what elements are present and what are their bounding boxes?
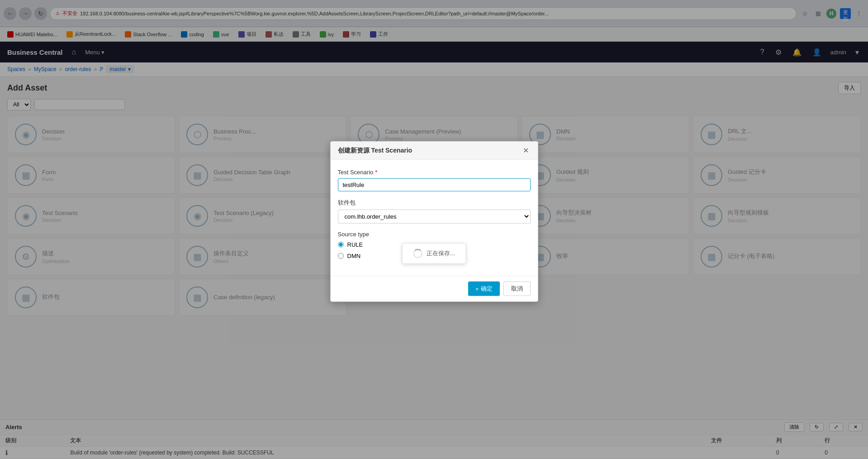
test-scenario-input[interactable]	[338, 178, 531, 191]
saving-toast: 正在保存...	[402, 243, 466, 264]
test-scenario-label: Test Scenario *	[338, 169, 531, 176]
confirm-button[interactable]: + 确定	[468, 282, 500, 296]
spinner	[413, 249, 422, 258]
radio-rule-input[interactable]	[338, 242, 344, 248]
modal-footer: + 确定 取消	[331, 276, 538, 301]
package-group: 软件包 com.lhb.order_rules	[338, 199, 531, 224]
package-select[interactable]: com.lhb.order_rules	[338, 210, 531, 224]
saving-text: 正在保存...	[427, 249, 455, 258]
create-test-scenario-modal: 创建新资源 Test Scenario ✕ Test Scenario * 软件…	[330, 141, 538, 302]
required-star: *	[375, 169, 377, 176]
modal-header: 创建新资源 Test Scenario ✕	[331, 142, 538, 160]
modal-close-button[interactable]: ✕	[521, 146, 531, 155]
cancel-button[interactable]: 取消	[503, 282, 531, 296]
test-scenario-group: Test Scenario *	[338, 169, 531, 191]
source-type-label: Source type	[338, 231, 531, 238]
confirm-plus-icon: +	[475, 285, 479, 292]
modal-title: 创建新资源 Test Scenario	[338, 146, 413, 154]
package-label: 软件包	[338, 199, 531, 207]
radio-dmn-input[interactable]	[338, 253, 344, 259]
